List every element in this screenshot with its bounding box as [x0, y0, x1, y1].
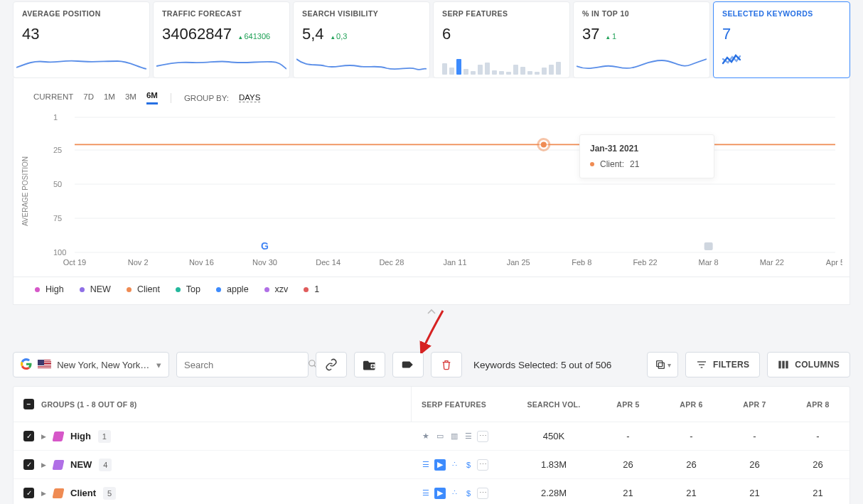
range-tab-1m[interactable]: 1M	[104, 92, 115, 104]
table-row[interactable]: ▶Client5☰▶∴$⋯2.28M21212121	[14, 479, 849, 504]
expand-caret-icon[interactable]: ▶	[41, 461, 46, 468]
range-tab-current[interactable]: CURRENT	[33, 92, 73, 104]
col-date-2[interactable]: APR 7	[723, 400, 786, 409]
metric-card-avg-position[interactable]: AVERAGE POSITION 43	[13, 1, 150, 78]
col-date-1[interactable]: APR 6	[660, 400, 723, 409]
bar-sparkline	[436, 53, 567, 75]
svg-point-29	[309, 360, 315, 365]
metric-card-traffic[interactable]: TRAFFIC FORECAST 34062847 641306	[153, 1, 290, 78]
serp-video-icon: ▭	[434, 431, 446, 442]
tag-color-icon	[53, 460, 65, 470]
legend-label: Client	[137, 284, 160, 294]
row-checkbox[interactable]	[23, 431, 34, 441]
metric-title: % IN TOP 10	[582, 9, 701, 18]
legend-item[interactable]: NEW	[80, 284, 111, 294]
col-date-3[interactable]: APR 8	[786, 400, 849, 409]
location-text: New York, New York, …	[57, 360, 151, 370]
svg-point-26	[541, 141, 547, 147]
row-count-badge: 1	[98, 430, 111, 443]
legend-item[interactable]: Client	[127, 284, 160, 294]
legend-item[interactable]: xzv	[264, 284, 289, 294]
legend-dot-icon	[35, 287, 40, 292]
filters-label: FILTERS	[713, 360, 749, 370]
metric-card-top10[interactable]: % IN TOP 10 37 1	[573, 1, 710, 78]
table-row[interactable]: ▶NEW4☰▶∴$⋯1.83M26262626	[14, 451, 849, 479]
svg-text:Feb 8: Feb 8	[572, 258, 591, 267]
location-picker[interactable]: New York, New York, … ▾	[13, 352, 169, 377]
row-checkbox[interactable]	[23, 459, 34, 470]
table-row[interactable]: ▶High1★▭▥☰⋯450K----	[14, 422, 849, 451]
tooltip-series-dot	[590, 162, 594, 166]
selection-summary: Keywords Selected: 5 out of 506	[473, 360, 611, 370]
serp-list-icon: ☰	[463, 431, 474, 442]
legend-item[interactable]: apple	[216, 284, 249, 294]
filters-button[interactable]: FILTERS	[685, 352, 760, 377]
row-date-cell: 21	[660, 488, 723, 498]
groupby-dropdown[interactable]: DAYS	[239, 93, 260, 102]
collapse-chart-toggle[interactable]	[0, 305, 863, 331]
copy-dropdown[interactable]: ▾	[647, 352, 678, 377]
serp-more-button[interactable]: ⋯	[477, 459, 488, 471]
legend-item[interactable]: High	[35, 284, 64, 294]
range-tab-6m[interactable]: 6M	[146, 91, 158, 104]
tag-color-icon	[53, 431, 65, 441]
serp-sitelinks-icon: ∴	[449, 488, 460, 499]
col-groups-label: GROUPS (1 - 8 OUT OF 8)	[41, 400, 137, 409]
delete-button[interactable]	[431, 352, 462, 377]
col-serp-label: SERP FEATURES	[412, 400, 511, 409]
legend-label: Top	[186, 284, 200, 294]
search-input-wrap[interactable]	[176, 352, 309, 377]
search-input[interactable]	[184, 360, 304, 370]
svg-rect-28	[704, 242, 713, 250]
svg-text:50: 50	[53, 180, 62, 188]
serp-more-button[interactable]: ⋯	[477, 431, 488, 442]
chevron-down-icon: ▾	[668, 361, 671, 369]
expand-caret-icon[interactable]: ▶	[41, 433, 46, 440]
sparkline	[16, 53, 146, 75]
serp-more-button[interactable]: ⋯	[477, 488, 488, 499]
tag-color-icon	[53, 488, 65, 498]
svg-text:Mar 8: Mar 8	[699, 258, 719, 267]
range-tab-7d[interactable]: 7D	[83, 92, 94, 104]
columns-button[interactable]: COLUMNS	[767, 352, 850, 377]
metric-value: 5,4	[302, 25, 324, 43]
col-vol-label: SEARCH VOL.	[511, 400, 596, 409]
metric-card-visibility[interactable]: SEARCH VISIBILITY 5,4 0,3	[293, 1, 430, 78]
svg-text:1: 1	[53, 113, 58, 122]
svg-text:Nov 2: Nov 2	[128, 258, 149, 267]
metric-card-serp[interactable]: SERP FEATURES 6	[433, 1, 570, 78]
tag-button[interactable]	[392, 352, 424, 377]
main-chart[interactable]: 1255075100AVERAGE POSITIONOct 19Nov 2Nov…	[13, 109, 850, 277]
row-date-cell: 21	[596, 488, 660, 498]
metric-card-selected-keywords[interactable]: SELECTED KEYWORDS 7	[713, 1, 850, 78]
add-to-folder-button[interactable]	[354, 352, 385, 377]
tooltip-date: Jan-31 2021	[590, 144, 704, 154]
row-count-badge: 4	[99, 459, 112, 471]
range-tab-3m[interactable]: 3M	[125, 92, 136, 104]
row-label: Client	[70, 488, 96, 498]
expand-caret-icon[interactable]: ▶	[41, 490, 46, 497]
row-date-cell: 21	[786, 488, 849, 498]
svg-text:Dec 28: Dec 28	[379, 258, 404, 267]
multi-line-icon	[722, 53, 841, 68]
row-checkbox[interactable]	[23, 488, 34, 498]
google-icon	[21, 358, 32, 372]
svg-text:Oct 19: Oct 19	[63, 258, 86, 267]
row-count-badge: 5	[103, 487, 116, 500]
metric-delta: 1	[606, 32, 616, 41]
col-date-0[interactable]: APR 5	[596, 400, 660, 409]
metric-delta: 641306	[239, 32, 270, 41]
tooltip-series-value: 21	[630, 159, 639, 169]
link-button[interactable]	[316, 352, 347, 377]
select-all-checkbox[interactable]	[23, 399, 34, 409]
metric-value: 34062847	[162, 25, 232, 43]
legend-item[interactable]: 1	[304, 284, 319, 294]
legend-item[interactable]: Top	[176, 284, 200, 294]
metric-title: SEARCH VISIBILITY	[302, 9, 421, 18]
metric-value: 6	[442, 25, 451, 43]
metric-title: SELECTED KEYWORDS	[722, 9, 841, 18]
serp-ads-icon: $	[463, 459, 474, 471]
row-date-cell: -	[786, 431, 849, 441]
metric-value: 43	[22, 25, 39, 43]
svg-text:AVERAGE POSITION: AVERAGE POSITION	[21, 156, 29, 226]
